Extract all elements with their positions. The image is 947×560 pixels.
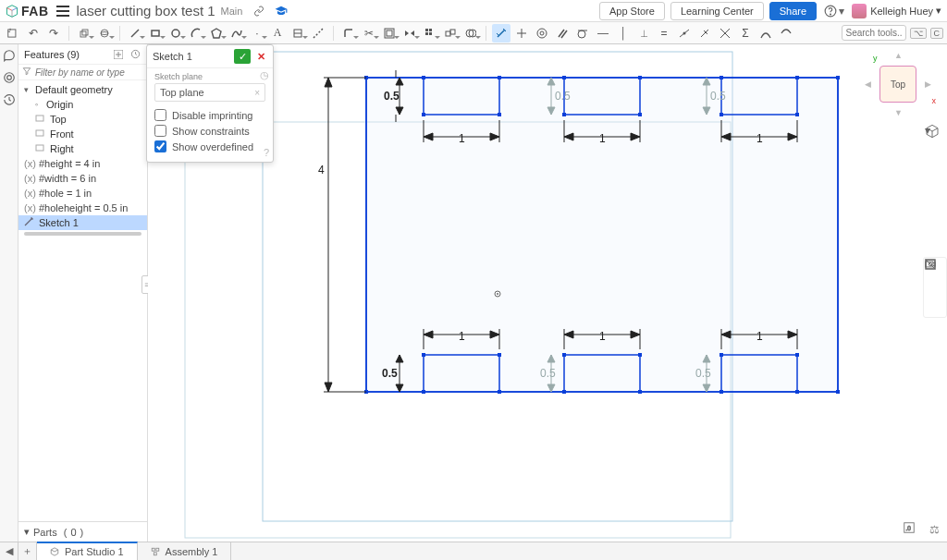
trim-tool-icon[interactable]: ✂ (360, 24, 378, 43)
dimension-tool-icon[interactable] (492, 24, 510, 43)
fillet-tool-icon[interactable] (339, 24, 358, 43)
pattern-tool-icon[interactable] (421, 24, 439, 43)
tree-var-height[interactable]: (x)#height = 4 in (18, 156, 147, 171)
construction-icon[interactable] (309, 24, 327, 43)
perpendicular-constraint-icon[interactable]: ⟂ (634, 24, 653, 43)
user-menu[interactable]: Kelleigh Huey ▾ (870, 5, 941, 17)
tree-var-hole[interactable]: (x)#hole = 1 in (18, 186, 147, 201)
part-studio-icon (50, 547, 59, 556)
polygon-tool-icon[interactable] (207, 24, 226, 43)
menu-icon[interactable] (56, 6, 69, 17)
view-cube-face[interactable]: Top (879, 66, 916, 103)
spline-tool-icon[interactable] (228, 24, 246, 43)
cancel-sketch-button[interactable]: ✕ (254, 49, 267, 64)
hide-show-icon[interactable] (928, 280, 942, 295)
tab-part-studio[interactable]: Part Studio 1 (37, 542, 138, 560)
tree-plane-front[interactable]: Front (18, 127, 147, 141)
iso-cube-icon[interactable]: ▾ (925, 124, 930, 137)
show-constraints-checkbox[interactable]: Show constraints (154, 123, 265, 139)
target-icon[interactable] (2, 70, 17, 85)
intersect-tool-icon[interactable] (461, 24, 480, 43)
transform-tool-icon[interactable] (441, 24, 460, 43)
symmetric-constraint-icon[interactable]: Σ (736, 24, 755, 43)
curve-constraint-icon[interactable] (777, 24, 795, 43)
app-logo[interactable]: FAB (6, 4, 49, 18)
arc-tool-icon[interactable] (187, 24, 205, 43)
horizontal-constraint-icon[interactable]: — (594, 24, 612, 43)
user-avatar[interactable] (852, 4, 867, 18)
dialog-history-icon[interactable]: ◷ (260, 69, 269, 81)
add-feature-icon[interactable] (112, 48, 125, 61)
link-icon[interactable] (252, 4, 266, 18)
app-store-button[interactable]: App Store (599, 2, 665, 20)
units-icon[interactable]: ⚖ (929, 523, 940, 536)
extrude-icon[interactable] (75, 24, 93, 43)
text-tool-icon[interactable]: A (268, 24, 287, 43)
branch-label[interactable]: Main (221, 6, 243, 17)
concentric-constraint-icon[interactable] (533, 24, 551, 43)
revolve-icon[interactable] (95, 24, 114, 43)
point-tool-icon[interactable]: · (248, 24, 266, 43)
normal-constraint-icon[interactable] (695, 24, 714, 43)
svg-point-46 (6, 76, 11, 80)
plane-icon (35, 114, 46, 125)
offset-tool-icon[interactable] (380, 24, 399, 43)
line-tool-icon[interactable] (126, 24, 144, 43)
feature-filter-input[interactable] (35, 67, 153, 78)
help-icon[interactable]: ▾ (824, 5, 844, 18)
tree-origin[interactable]: ◦Origin (18, 97, 147, 112)
pierce-constraint-icon[interactable] (716, 24, 734, 43)
dim-notch-h-2: 0.5 (555, 90, 571, 103)
learning-center-button[interactable]: Learning Center (670, 2, 764, 20)
hide-panel-icon[interactable]: ◀ (0, 542, 18, 560)
tool-search-input[interactable] (842, 25, 906, 41)
project-tool-icon[interactable] (289, 24, 307, 43)
add-tab-button[interactable]: ＋ (18, 542, 37, 560)
midpoint-constraint-icon[interactable] (675, 24, 694, 43)
sketch-dialog-title: Sketch 1 (153, 51, 234, 62)
camera-icon[interactable] (928, 298, 942, 313)
rollback-bar[interactable] (24, 232, 141, 236)
tree-var-width[interactable]: (x)#width = 6 in (18, 171, 147, 186)
circle-tool-icon[interactable] (166, 24, 185, 43)
dim-notch-w-bot-2: 1 (599, 330, 606, 343)
parts-section[interactable]: ▾Parts (0) (18, 521, 147, 542)
clear-plane-icon[interactable]: × (254, 88, 260, 98)
tree-plane-top[interactable]: Top (18, 112, 147, 127)
fix-constraint-icon[interactable] (756, 24, 775, 43)
tangent-constraint-icon[interactable] (573, 24, 592, 43)
axis-y-label: y (873, 54, 878, 63)
graduation-icon[interactable] (274, 4, 289, 18)
tree-var-holeheight[interactable]: (x)#holeheight = 0.5 in (18, 201, 147, 215)
funnel-icon[interactable] (22, 67, 31, 78)
rollback-icon[interactable] (129, 48, 141, 61)
rect-tool-icon[interactable] (146, 24, 165, 43)
parallel-constraint-icon[interactable] (553, 24, 572, 43)
comment-icon[interactable] (2, 48, 17, 63)
mirror-tool-icon[interactable] (400, 24, 419, 43)
tab-assembly-label: Assembly 1 (166, 546, 218, 557)
show-overdefined-checkbox[interactable]: Show overdefined (154, 139, 265, 154)
bottom-tabs: ◀ ＋ Part Studio 1 Assembly 1 (0, 542, 947, 560)
dialog-help-icon[interactable]: ? (264, 147, 269, 158)
coincident-constraint-icon[interactable] (512, 24, 531, 43)
tab-assembly[interactable]: Assembly 1 (138, 542, 232, 560)
redo-icon[interactable]: ↷ (44, 24, 63, 43)
precision-icon[interactable]: .0 (903, 521, 917, 536)
confirm-sketch-button[interactable]: ✓ (234, 49, 251, 64)
tree-plane-right[interactable]: Right (18, 141, 147, 156)
document-title[interactable]: laser cutting box test 1 (77, 3, 215, 18)
disable-imprinting-checkbox[interactable]: Disable imprinting (154, 107, 265, 123)
history-icon[interactable] (2, 92, 17, 107)
share-button[interactable]: Share (769, 2, 817, 20)
view-cube[interactable]: ▲ ▼ ◀ ▶ Top x y (866, 52, 930, 116)
sketch-plane-field[interactable]: Top plane× (154, 83, 265, 102)
svg-point-33 (537, 29, 547, 38)
svg-rect-63 (422, 113, 425, 116)
sketch-tool-icon[interactable] (4, 24, 22, 43)
equal-constraint-icon[interactable]: = (655, 24, 673, 43)
vertical-constraint-icon[interactable]: │ (614, 24, 633, 43)
tree-sketch1[interactable]: Sketch 1 (18, 215, 147, 230)
tree-default-geometry[interactable]: ▾Default geometry (18, 82, 147, 97)
undo-icon[interactable]: ↶ (24, 24, 43, 43)
